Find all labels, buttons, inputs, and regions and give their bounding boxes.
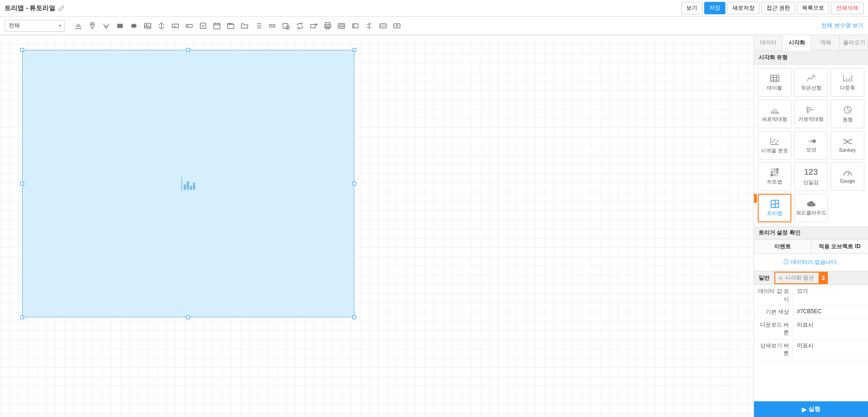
dropdown-value: 전체 — [9, 22, 20, 30]
svg-rect-20 — [340, 24, 343, 27]
hbar-icon — [806, 106, 816, 114]
line-chart-icon — [806, 74, 816, 83]
svg-rect-21 — [353, 24, 358, 28]
resize-handle-bl[interactable] — [20, 316, 24, 319]
col-event: 이벤트 — [754, 240, 811, 253]
html-icon[interactable]: HTML — [378, 21, 388, 30]
permission-button[interactable]: 접근 권한 — [761, 2, 795, 14]
info-icon: ⓘ — [784, 259, 790, 265]
resize-handle-mr[interactable] — [353, 182, 356, 185]
svg-rect-29 — [771, 75, 779, 81]
svg-rect-9 — [214, 23, 220, 29]
viz-pie[interactable]: 원형 — [831, 100, 864, 128]
refresh-icon[interactable] — [295, 21, 305, 30]
button-icon[interactable] — [185, 21, 194, 30]
textbox-icon[interactable] — [171, 21, 180, 30]
save-button[interactable]: 저장 — [704, 2, 725, 14]
container-icon[interactable] — [337, 21, 346, 30]
tab-load[interactable]: 불러오기 — [840, 35, 868, 50]
align-icon[interactable] — [365, 21, 374, 30]
callout-2: 2 — [819, 272, 828, 284]
viz-timeseries[interactable]: 시계열 분포 — [758, 131, 791, 160]
schedule-icon[interactable] — [281, 21, 291, 30]
ellipse-icon[interactable] — [129, 21, 138, 30]
svg-rect-46 — [776, 174, 778, 176]
resize-handle-tm[interactable] — [186, 48, 190, 52]
selected-widget[interactable] — [22, 50, 354, 317]
print-icon[interactable] — [323, 21, 332, 30]
cloud-icon — [806, 200, 816, 208]
canvas-area[interactable] — [0, 35, 754, 417]
resize-handle-tl[interactable] — [20, 48, 24, 52]
viz-sankey[interactable]: Sankey — [831, 131, 864, 160]
trigger-empty: ⓘ 데이터가 없습니다. — [754, 254, 868, 271]
map-pin-icon[interactable] — [88, 21, 97, 30]
svg-rect-41 — [771, 171, 773, 173]
viz-hbar[interactable]: 가로막대형 — [794, 100, 828, 128]
frame-icon[interactable] — [351, 21, 360, 30]
calendar-icon[interactable] — [212, 21, 221, 30]
viz-option-button[interactable]: 시각화 옵션 2 — [774, 272, 828, 284]
rect-icon[interactable] — [115, 21, 125, 30]
tab-viz[interactable]: 시각화 — [783, 35, 811, 51]
svg-rect-38 — [771, 168, 773, 171]
vbar-icon — [770, 106, 780, 114]
svg-rect-39 — [773, 168, 776, 171]
scope-dropdown[interactable]: 전체 — [5, 20, 65, 32]
list-icon[interactable] — [254, 21, 263, 30]
right-panel: 데이터 시각화 객체 불러오기 시각화 유형 테이블 꺾은선형 다중축 세로막대… — [754, 35, 868, 417]
svg-rect-43 — [776, 171, 778, 173]
to-list-button[interactable]: 목록으로 — [797, 2, 829, 14]
toolbar: 전체 TAG HTML 전체 변수명 보기 — [0, 17, 868, 35]
resize-handle-br[interactable] — [353, 316, 356, 319]
svg-rect-8 — [200, 23, 206, 29]
viz-single[interactable]: 123단일값 — [794, 162, 828, 191]
svg-rect-5 — [172, 24, 179, 28]
viz-multiaxis[interactable]: 다중축 — [831, 68, 864, 97]
tab-data[interactable]: 데이터 — [754, 35, 783, 50]
text-icon[interactable] — [102, 21, 111, 30]
general-label: 일반 — [754, 271, 774, 285]
viz-vbar[interactable]: 세로막대형 — [758, 100, 791, 128]
pencil-icon[interactable] — [58, 5, 65, 12]
svg-point-32 — [774, 139, 775, 140]
export-icon[interactable] — [309, 21, 318, 30]
sankey-icon — [843, 138, 853, 145]
viz-motion[interactable]: 모션 — [794, 131, 828, 160]
svg-rect-45 — [773, 174, 776, 176]
svg-rect-6 — [186, 24, 192, 27]
tabs-icon[interactable] — [226, 21, 235, 30]
resize-handle-bm[interactable] — [186, 316, 190, 319]
pie-icon — [843, 105, 852, 114]
resize-handle-tr[interactable] — [353, 48, 356, 52]
checkbox-icon[interactable] — [198, 21, 208, 30]
viz-treemap[interactable]: 1 트리맵 — [758, 194, 791, 222]
motion-icon — [806, 138, 816, 144]
svg-rect-44 — [771, 174, 773, 176]
svg-point-31 — [772, 141, 773, 142]
image-icon[interactable] — [143, 21, 152, 30]
run-button[interactable]: ▶ 실행 — [754, 401, 868, 417]
viz-heatmap[interactable]: 히트맵 — [758, 162, 791, 191]
bar-chart-icon[interactable] — [74, 21, 83, 30]
svg-point-0 — [92, 24, 93, 25]
input-icon[interactable] — [157, 21, 166, 30]
svg-rect-1 — [117, 24, 123, 28]
view-button[interactable]: 보기 — [681, 2, 702, 14]
col-object-id: 적용 오브젝트 ID — [811, 240, 868, 253]
tag-icon[interactable]: TAG — [268, 21, 277, 30]
gear-icon — [778, 275, 784, 281]
svg-rect-15 — [311, 24, 315, 28]
svg-point-33 — [775, 142, 776, 143]
viz-table[interactable]: 테이블 — [758, 68, 791, 97]
viz-wordcloud[interactable]: 워드클라우드 — [794, 194, 828, 222]
upload-icon[interactable] — [392, 21, 401, 30]
delete-all-button[interactable]: 전체삭제 — [831, 2, 863, 14]
viz-gauge[interactable]: Gauge — [831, 162, 864, 191]
tab-object[interactable]: 객체 — [811, 35, 840, 50]
viz-line[interactable]: 꺾은선형 — [794, 68, 828, 97]
resize-handle-ml[interactable] — [20, 182, 24, 185]
folder-icon[interactable] — [240, 21, 249, 30]
save-as-button[interactable]: 새로저장 — [727, 2, 760, 14]
show-vars-link[interactable]: 전체 변수명 보기 — [821, 22, 863, 30]
